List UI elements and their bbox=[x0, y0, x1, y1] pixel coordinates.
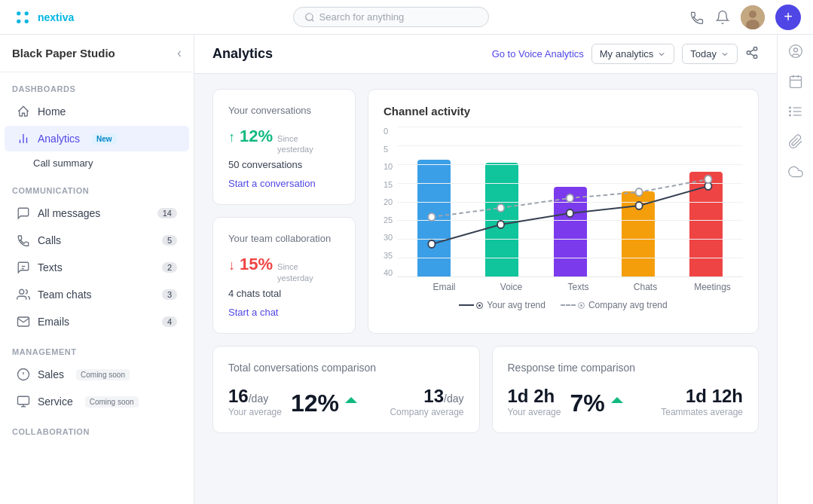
start-chat-link[interactable]: Start a chat bbox=[228, 307, 340, 318]
svg-point-46 bbox=[789, 115, 790, 116]
response-comparison-title: Response time comparison bbox=[508, 362, 744, 374]
svg-point-20 bbox=[753, 47, 757, 50]
svg-point-2 bbox=[25, 11, 29, 15]
teamchat-icon bbox=[17, 288, 30, 301]
sidebar-item-sales[interactable]: Sales Coming soon bbox=[5, 362, 189, 387]
svg-rect-17 bbox=[18, 396, 29, 405]
service-label: Service bbox=[38, 396, 73, 408]
section-communication: Communication bbox=[0, 174, 194, 200]
search-box[interactable]: Search for anything bbox=[293, 7, 489, 27]
calendar-icon[interactable] bbox=[788, 74, 803, 89]
legend-your-trend-label: Your avg trend bbox=[487, 300, 546, 310]
sidebar-item-texts[interactable]: Texts 2 bbox=[5, 255, 189, 280]
collaboration-card: Your team collaboration ↓ 15% Sinceyeste… bbox=[212, 217, 356, 333]
channel-activity-card: Channel activity 40 35 30 25 20 15 bbox=[368, 89, 759, 334]
bar-texts bbox=[554, 187, 587, 276]
down-arrow-icon: ↓ bbox=[228, 258, 235, 273]
calls-label: Calls bbox=[38, 234, 61, 246]
chart-legend: Your avg trend Company avg trend bbox=[384, 300, 743, 310]
chart-y-axis: 40 35 30 25 20 15 10 5 0 bbox=[384, 127, 397, 277]
response-pct: 7% bbox=[570, 389, 625, 417]
collapse-button[interactable]: ‹ bbox=[177, 45, 182, 61]
texts-icon bbox=[17, 261, 30, 274]
today-dropdown[interactable]: Today bbox=[682, 44, 738, 64]
sidebar-item-home[interactable]: Home bbox=[5, 99, 189, 124]
total-conversations-card: Total conversations comparison 16/day Yo… bbox=[212, 346, 480, 433]
bar-email bbox=[417, 160, 451, 276]
analytics-actions: Go to Voice Analytics My analytics Today bbox=[492, 44, 759, 64]
x-label-voice: Voice bbox=[481, 282, 542, 292]
call-summary-label: Call summary bbox=[33, 157, 93, 169]
conversations-since: Sinceyesterday bbox=[277, 133, 313, 155]
phone-icon[interactable] bbox=[689, 10, 704, 25]
x-label-meetings: Meetings bbox=[682, 282, 743, 292]
bar-voice bbox=[485, 163, 518, 276]
bar-voice-group bbox=[472, 127, 531, 276]
total-pct: 12% bbox=[291, 389, 360, 417]
texts-badge: 2 bbox=[162, 262, 177, 273]
icon-rail bbox=[777, 35, 813, 504]
chart-x-axis: Email Voice Texts Chats Meetings bbox=[384, 282, 743, 292]
sales-label: Sales bbox=[38, 368, 64, 380]
sidebar-item-all-messages[interactable]: All messages 14 bbox=[5, 200, 189, 226]
conversations-card-title: Your conversations bbox=[228, 105, 340, 118]
share-button[interactable] bbox=[745, 46, 759, 63]
your-response-num: 1d 2h bbox=[508, 386, 561, 407]
sales-coming-soon: Coming soon bbox=[76, 369, 130, 380]
go-to-voice-link[interactable]: Go to Voice Analytics bbox=[492, 48, 584, 60]
topnav-actions: + bbox=[689, 5, 801, 30]
sidebar-item-call-summary[interactable]: Call summary bbox=[0, 152, 194, 174]
collaboration-pct: 15% bbox=[240, 255, 273, 274]
sidebar-header: Black Paper Studio ‹ bbox=[0, 35, 194, 72]
section-collaboration: Collaboration bbox=[0, 415, 194, 441]
my-analytics-dropdown[interactable]: My analytics bbox=[591, 44, 675, 64]
calls-icon bbox=[17, 234, 30, 247]
channel-chart: 40 35 30 25 20 15 10 5 0 bbox=[384, 127, 743, 310]
x-label-email: Email bbox=[414, 282, 475, 292]
cloud-icon[interactable] bbox=[788, 164, 803, 179]
conversations-card: Your conversations ↑ 12% Sinceyesterday … bbox=[212, 89, 356, 205]
sidebar: Black Paper Studio ‹ Dashboards Home Ana… bbox=[0, 35, 194, 504]
user-avatar[interactable] bbox=[741, 5, 765, 29]
layout: Black Paper Studio ‹ Dashboards Home Ana… bbox=[0, 35, 813, 504]
search-placeholder: Search for anything bbox=[319, 11, 405, 23]
home-icon bbox=[17, 105, 30, 118]
svg-rect-0 bbox=[12, 7, 33, 28]
paperclip-icon[interactable] bbox=[788, 134, 803, 149]
your-avg-label: Your average bbox=[228, 407, 282, 417]
logo[interactable]: nextiva bbox=[12, 7, 92, 28]
all-messages-label: All messages bbox=[38, 207, 100, 219]
svg-point-3 bbox=[17, 19, 20, 23]
svg-point-4 bbox=[25, 19, 29, 23]
page-title: Analytics bbox=[212, 46, 273, 62]
messages-icon bbox=[17, 206, 30, 220]
sidebar-item-emails[interactable]: Emails 4 bbox=[5, 309, 189, 334]
collaboration-count: 4 chats total bbox=[228, 288, 340, 299]
collaboration-since: Sinceyesterday bbox=[277, 261, 313, 283]
conversations-count: 50 conversations bbox=[228, 159, 340, 170]
calls-badge: 5 bbox=[162, 235, 177, 246]
company-avg-label: Company average bbox=[390, 407, 463, 417]
sidebar-item-service[interactable]: Service Coming soon bbox=[5, 389, 189, 414]
list-icon[interactable] bbox=[788, 104, 803, 119]
user-circle-icon[interactable] bbox=[788, 44, 803, 59]
service-icon bbox=[17, 395, 30, 408]
team-chats-label: Team chats bbox=[38, 289, 92, 301]
start-conversation-link[interactable]: Start a conversation bbox=[228, 178, 340, 189]
bell-icon[interactable] bbox=[715, 10, 730, 25]
teammates-avg-num: 1d 12h bbox=[661, 386, 743, 407]
svg-text:nextiva: nextiva bbox=[38, 11, 74, 23]
svg-point-21 bbox=[747, 50, 750, 54]
chevron-down-icon bbox=[657, 50, 666, 59]
conversations-metric: ↑ 12% Sinceyesterday bbox=[228, 127, 340, 155]
section-dashboards: Dashboards bbox=[0, 72, 194, 98]
response-time-card: Response time comparison 1d 2h Your aver… bbox=[492, 346, 760, 433]
sidebar-item-calls[interactable]: Calls 5 bbox=[5, 228, 189, 253]
section-management: Management bbox=[0, 335, 194, 361]
sidebar-item-team-chats[interactable]: Team chats 3 bbox=[5, 282, 189, 307]
add-button[interactable]: + bbox=[775, 5, 801, 30]
sidebar-item-analytics[interactable]: Analytics New bbox=[5, 126, 189, 151]
svg-point-9 bbox=[749, 11, 756, 18]
top-row: Your conversations ↑ 12% Sinceyesterday … bbox=[212, 89, 759, 334]
svg-point-45 bbox=[789, 111, 790, 112]
